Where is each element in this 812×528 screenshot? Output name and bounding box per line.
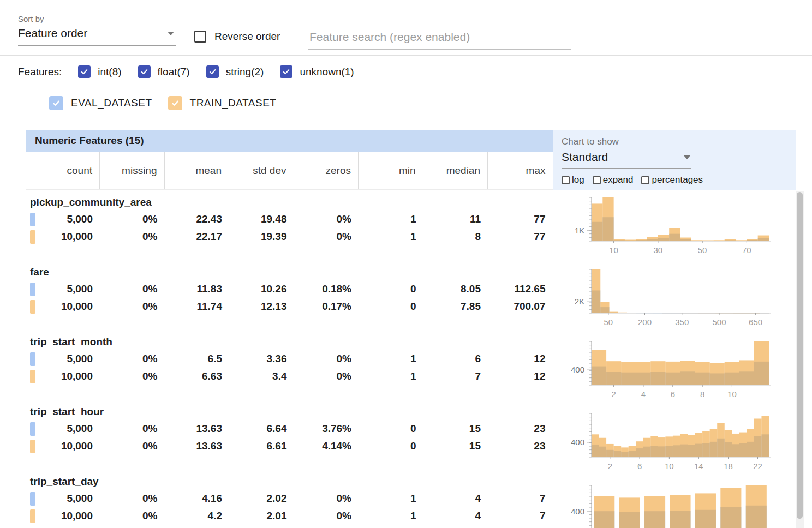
svg-text:500: 500 [712, 317, 726, 327]
feature-type-filter-label: unknown(1) [300, 66, 354, 78]
stat-value: 6.64 [229, 423, 294, 435]
toolbar: Sort by Feature order Reverse order [0, 0, 812, 55]
stat-count: 5,000 [35, 213, 100, 225]
stat-value: 0 [359, 440, 423, 452]
stat-row: 10,0000%22.1719.390%1877 [26, 228, 553, 245]
feature-group: pickup_community_area5,0000%22.4319.480%… [26, 190, 553, 260]
chart-option-checkbox[interactable] [641, 176, 649, 184]
feature-name: trip_start_day [26, 473, 553, 490]
stat-value: 7 [488, 510, 553, 522]
stat-value: 0% [100, 301, 165, 313]
stat-value: 1 [359, 213, 423, 225]
histogram-chart: 400246810 [562, 336, 783, 404]
scrollbar-thumb[interactable] [797, 192, 803, 519]
features-label: Features: [18, 66, 62, 78]
sort-by-dropdown[interactable]: Feature order [18, 23, 176, 46]
reverse-order-checkbox[interactable] [194, 31, 206, 43]
stat-value: 4.16 [165, 493, 230, 505]
chart-option-label: expand [603, 175, 634, 185]
charts-column: 1K103050702K5020035050065040024681040026… [553, 192, 796, 528]
stat-value: 15 [423, 440, 488, 452]
stat-value: 19.39 [229, 231, 294, 243]
chart-option-checkbox[interactable] [593, 176, 601, 184]
stat-first-cell: 10,000 [26, 437, 100, 455]
dataset-color-chip [30, 440, 35, 453]
stat-count: 10,000 [35, 440, 100, 452]
stat-value: 10.26 [229, 283, 294, 295]
svg-text:1K: 1K [575, 226, 584, 235]
stat-value: 3.36 [229, 353, 294, 365]
dataset-toggle: TRAIN_DATASET [168, 96, 277, 110]
feature-group: fare5,0000%11.8310.260.18%08.05112.6510,… [26, 260, 553, 329]
train-dataset-checkbox[interactable] [168, 96, 182, 110]
svg-text:2: 2 [608, 461, 612, 471]
svg-text:50: 50 [604, 317, 613, 327]
stat-value: 12 [488, 353, 553, 365]
stat-value: 0% [100, 493, 165, 505]
feature-type-filter: string(2) [206, 65, 264, 78]
feature-name: pickup_community_area [26, 194, 553, 211]
stat-value: 0 [359, 301, 423, 313]
chart-type-dropdown[interactable]: Standard [562, 147, 691, 169]
stat-value: 0% [294, 213, 359, 225]
stat-value: 0.17% [294, 301, 359, 313]
stat-value: 4.2 [165, 510, 230, 522]
feature-group: trip_start_month5,0000%6.53.360%161210,0… [26, 329, 553, 399]
feature-type-checkbox[interactable] [280, 65, 292, 78]
feature-type-checkbox[interactable] [138, 65, 151, 78]
stat-value: 77 [488, 213, 553, 225]
svg-text:30: 30 [654, 245, 663, 255]
dataset-color-chip [30, 492, 35, 506]
numeric-features-table: Numeric Features (15) countmissingmeanst… [26, 130, 553, 528]
stat-value: 19.48 [229, 213, 294, 225]
svg-text:4: 4 [641, 389, 646, 399]
eval-dataset-checkbox[interactable] [49, 96, 63, 110]
stat-value: 0% [100, 213, 165, 225]
feature-histogram: 400 [553, 480, 796, 528]
stat-value: 77 [488, 231, 553, 243]
stat-first-cell: 10,000 [26, 368, 100, 385]
sort-by-value: Feature order [18, 27, 87, 40]
svg-text:2: 2 [611, 389, 616, 399]
stat-value: 3.4 [229, 370, 294, 382]
dataset-color-chip [30, 352, 35, 366]
column-headers: countmissingmeanstd devzerosminmedianmax [26, 152, 553, 190]
stat-first-cell: 10,000 [26, 298, 100, 315]
feature-type-checkbox[interactable] [206, 65, 219, 78]
scrollbar[interactable] [796, 191, 804, 528]
feature-group: trip_start_day5,0000%4.162.020%14710,000… [26, 469, 553, 528]
stat-count: 5,000 [35, 423, 100, 435]
svg-text:400: 400 [571, 507, 584, 516]
chart-type-value: Standard [562, 151, 608, 164]
stat-first-cell: 5,000 [26, 280, 100, 298]
stat-value: 0% [100, 440, 165, 452]
stat-count: 5,000 [35, 493, 100, 505]
chart-to-show-label: Chart to show [562, 136, 796, 147]
histogram-chart: 4002610141822 [562, 408, 783, 476]
table-title: Numeric Features (15) [26, 130, 553, 152]
stat-count: 5,000 [35, 283, 100, 295]
stat-value: 11.83 [165, 283, 230, 295]
charts-panel: Chart to show Standard logexpandpercenta… [553, 130, 796, 528]
stat-count: 10,000 [35, 510, 100, 522]
feature-type-filter: int(8) [78, 65, 121, 78]
feature-search-input[interactable] [308, 29, 571, 50]
feature-histogram: 2K50200350500650 [553, 264, 796, 334]
column-header: min [359, 152, 423, 189]
stat-row: 5,0000%11.8310.260.18%08.05112.65 [26, 280, 553, 298]
svg-text:10: 10 [609, 245, 618, 255]
chart-option-checkbox[interactable] [562, 176, 570, 184]
dataset-name: TRAIN_DATASET [190, 97, 277, 109]
svg-text:6: 6 [637, 461, 642, 471]
stat-value: 0.18% [294, 283, 359, 295]
stat-value: 1 [359, 510, 423, 522]
stat-value: 700.07 [488, 301, 553, 313]
chart-option-checkboxes: logexpandpercentages [562, 175, 796, 185]
stat-value: 6.5 [165, 353, 230, 365]
feature-type-checkbox[interactable] [78, 65, 91, 78]
stat-first-cell: 10,000 [26, 507, 100, 525]
dataset-color-chip [30, 509, 35, 523]
feature-name: trip_start_month [26, 334, 553, 350]
stat-value: 11 [423, 213, 488, 225]
svg-text:350: 350 [675, 317, 689, 327]
